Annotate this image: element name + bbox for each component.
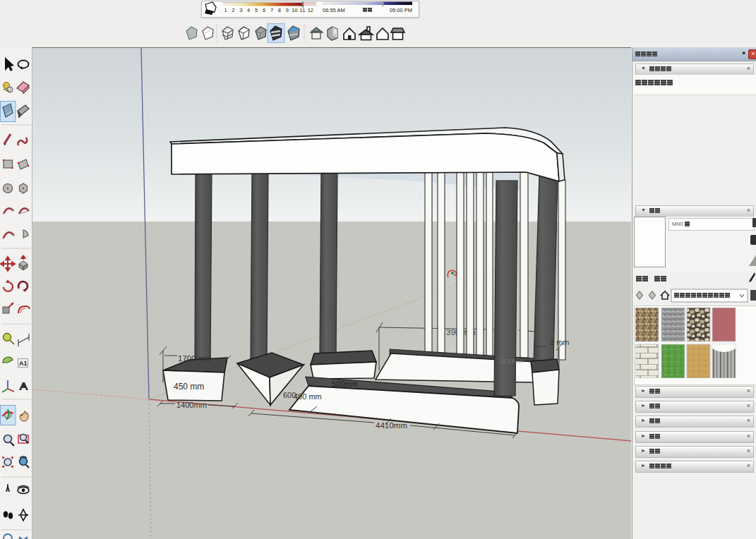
svg-text:9: 9 [286, 7, 289, 13]
svg-text:3: 3 [239, 7, 242, 13]
svg-text:10: 10 [292, 7, 297, 13]
svg-text:2 mm: 2 mm [550, 338, 570, 346]
svg-text:11: 11 [300, 7, 306, 13]
svg-text:12: 12 [308, 7, 313, 13]
svg-text:8: 8 [278, 7, 281, 13]
svg-text:4: 4 [247, 7, 250, 13]
svg-text:5: 5 [255, 7, 258, 13]
svg-text:7: 7 [270, 7, 273, 13]
svg-text:1130mm: 1130mm [499, 357, 524, 365]
svg-text:1700 mm: 1700 mm [178, 354, 212, 363]
svg-text:06:55 AM: 06:55 AM [323, 7, 345, 13]
svg-text:500mm: 500mm [332, 380, 358, 388]
svg-text:4410mm: 4410mm [376, 421, 407, 430]
svg-text:2: 2 [232, 7, 234, 13]
svg-text:490 mm: 490 mm [294, 392, 322, 401]
svg-text:6: 6 [263, 7, 265, 13]
svg-text:1400mm: 1400mm [176, 401, 207, 409]
svg-text:450 mm: 450 mm [174, 382, 204, 392]
svg-text:05:00 PM: 05:00 PM [390, 7, 412, 13]
svg-text:A1: A1 [19, 360, 28, 367]
svg-text:1: 1 [224, 7, 227, 13]
